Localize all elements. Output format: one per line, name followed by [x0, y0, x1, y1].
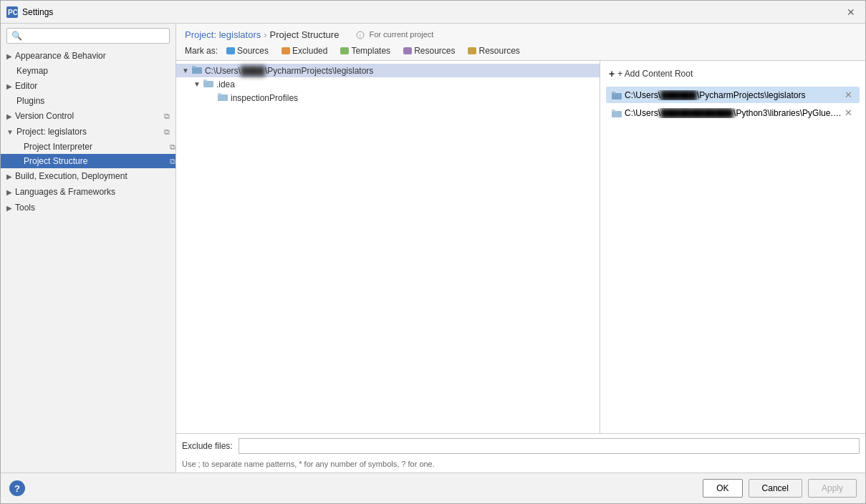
sources-label: Sources — [237, 46, 269, 56]
breadcrumb-separator: › — [264, 29, 266, 40]
current-project-note: i For current project — [356, 30, 433, 39]
sidebar-item-languages[interactable]: ▶ Languages & Frameworks — [1, 184, 175, 200]
sidebar-item-label: Keymap — [16, 66, 48, 76]
tree-panel: ▼ C:\Users\████\PycharmProjects\legislat… — [176, 61, 600, 433]
apply-label: Apply — [822, 483, 843, 493]
tree-idea-name: .idea — [216, 79, 235, 89]
folder-svg — [192, 65, 202, 74]
templates-color-dot — [340, 47, 349, 54]
sidebar-item-label: Appearance & Behavior — [15, 51, 106, 61]
right-header: Project: legislators › Project Structure… — [176, 24, 865, 61]
title-bar: PC Settings ✕ — [1, 1, 865, 24]
app-icon: PC — [6, 6, 18, 18]
bottom-bar: ? OK Cancel Apply — [1, 472, 865, 503]
search-input[interactable] — [6, 28, 170, 44]
svg-rect-8 — [218, 94, 228, 101]
templates-label: Templates — [351, 46, 390, 56]
sidebar-item-version-control[interactable]: ▶ Version Control ⧉ — [1, 108, 175, 124]
sidebar-item-label: Plugins — [16, 96, 44, 106]
folder-icon — [218, 92, 228, 103]
svg-rect-13 — [612, 110, 615, 112]
sidebar-item-keymap[interactable]: Keymap — [1, 64, 175, 78]
sidebar-item-label: Project Interpreter — [24, 142, 92, 152]
add-content-root-button[interactable]: + + Add Content Root — [606, 67, 860, 81]
sidebar-item-plugins[interactable]: Plugins — [1, 94, 175, 108]
tree-row-idea[interactable]: ▼ .idea — [176, 77, 600, 91]
remove-content-root-1-button[interactable]: ✕ — [843, 89, 854, 100]
settings-window: PC Settings ✕ ▶ Appearance & Behavior Ke… — [0, 0, 866, 504]
apply-button[interactable]: Apply — [808, 479, 857, 498]
mark-as-label: Mark as: — [185, 46, 218, 56]
sidebar-item-project-interpreter[interactable]: Project Interpreter ⧉ — [1, 140, 175, 154]
mark-as-bar: Mark as: Sources Excluded Templates — [185, 44, 857, 57]
current-project-label: For current project — [369, 30, 433, 39]
cancel-button[interactable]: Cancel — [749, 479, 802, 498]
resources1-label: Resources — [414, 46, 455, 56]
svg-rect-9 — [218, 93, 221, 95]
svg-rect-5 — [192, 66, 196, 68]
svg-rect-6 — [203, 81, 213, 87]
sidebar-item-label: Project: legislators — [16, 127, 87, 137]
expand-arrow-icon: ▶ — [6, 112, 12, 120]
tree-expand-icon: ▼ — [182, 67, 189, 74]
tree-row-inspection[interactable]: inspectionProfiles — [176, 91, 600, 105]
sidebar-item-label: Project Structure — [24, 156, 87, 166]
mark-templates-button[interactable]: Templates — [336, 44, 395, 57]
mark-sources-button[interactable]: Sources — [222, 44, 273, 57]
svg-rect-12 — [612, 111, 622, 117]
content-root-path-2: C:\Users\████████████\Python3\libraries\… — [625, 108, 843, 118]
window-title: Settings — [22, 7, 53, 17]
mark-excluded-button[interactable]: Excluded — [277, 44, 332, 57]
breadcrumb: Project: legislators › Project Structure… — [185, 29, 857, 40]
svg-rect-7 — [203, 79, 207, 82]
body-split: ▼ C:\Users\████\PycharmProjects\legislat… — [176, 61, 865, 433]
sidebar-item-editor[interactable]: ▶ Editor — [1, 78, 175, 94]
folder-icon — [612, 109, 622, 117]
folder-icon — [203, 79, 213, 89]
svg-rect-11 — [612, 92, 615, 94]
sidebar-item-label: Editor — [15, 81, 37, 91]
excluded-color-dot — [282, 47, 290, 54]
tree-inspection-name: inspectionProfiles — [231, 93, 298, 103]
sidebar-item-label: Version Control — [15, 111, 74, 121]
sidebar-item-build[interactable]: ▶ Build, Execution, Deployment — [1, 168, 175, 184]
main-content: ▶ Appearance & Behavior Keymap ▶ Editor … — [1, 24, 865, 472]
expand-arrow-icon: ▶ — [6, 82, 12, 90]
folder-svg — [218, 92, 228, 101]
sidebar-item-project-structure[interactable]: Project Structure ⧉ — [1, 154, 175, 168]
sidebar-item-appearance[interactable]: ▶ Appearance & Behavior — [1, 48, 175, 64]
help-button[interactable]: ? — [9, 480, 25, 496]
ok-button[interactable]: OK — [703, 479, 742, 498]
mark-resources1-button[interactable]: Resources — [399, 44, 459, 57]
content-root-item-1[interactable]: C:\Users\██████\PycharmProjects\legislat… — [606, 87, 860, 103]
resources1-color-dot — [403, 47, 412, 54]
tree-row-root[interactable]: ▼ C:\Users\████\PycharmProjects\legislat… — [176, 64, 600, 77]
exclude-input[interactable] — [239, 438, 860, 454]
sidebar-item-label: Languages & Frameworks — [15, 187, 115, 197]
sidebar-item-project[interactable]: ▼ Project: legislators ⧉ — [1, 124, 175, 140]
blurred-username: ████████████ — [660, 108, 733, 118]
sidebar-item-label: Build, Execution, Deployment — [15, 171, 128, 181]
breadcrumb-current: Project Structure — [270, 29, 340, 40]
copy-icon: ⧉ — [170, 142, 175, 152]
folder-icon — [192, 65, 202, 76]
breadcrumb-project: Project: legislators — [185, 29, 261, 40]
folder-svg — [203, 79, 213, 87]
excluded-label: Excluded — [292, 46, 327, 56]
cancel-label: Cancel — [762, 483, 789, 493]
resources2-color-dot — [468, 47, 476, 54]
copy-icon: ⧉ — [164, 112, 170, 121]
svg-rect-4 — [192, 67, 202, 74]
exclude-section: Exclude files: Use ; to separate name pa… — [176, 433, 865, 472]
sidebar-item-tools[interactable]: ▶ Tools — [1, 200, 175, 215]
sources-color-dot — [226, 47, 235, 54]
content-root-item-2[interactable]: C:\Users\████████████\Python3\libraries\… — [606, 105, 860, 121]
ok-label: OK — [716, 483, 728, 493]
folder-icon — [612, 91, 622, 100]
info-icon: i — [356, 31, 365, 39]
svg-text:PC: PC — [8, 9, 18, 16]
mark-resources2-button[interactable]: Resources — [463, 44, 524, 57]
copy-icon: ⧉ — [164, 127, 170, 137]
close-button[interactable]: ✕ — [842, 5, 860, 19]
remove-content-root-2-button[interactable]: ✕ — [843, 107, 854, 118]
